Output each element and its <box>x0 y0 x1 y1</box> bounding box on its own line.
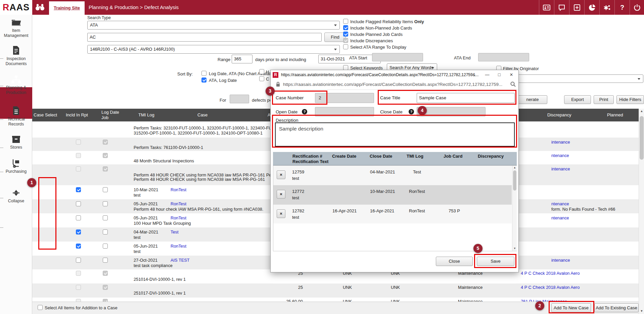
delete-rectification-button[interactable]: × <box>277 170 285 179</box>
defects-per-ata-input <box>230 95 249 103</box>
minimize-button[interactable]: — <box>481 70 493 79</box>
case-select-checkbox[interactable] <box>76 201 81 206</box>
sidebar-item-planning-production[interactable]: Planning & Production <box>0 75 32 95</box>
employee-card-icon[interactable] <box>539 0 554 15</box>
open-date-help-icon[interactable]: ? <box>302 109 307 114</box>
box-icon <box>0 135 32 144</box>
partial-checkbox-1[interactable] <box>259 69 264 74</box>
case-select-checkbox <box>76 271 81 276</box>
job-card-link[interactable]: intenance <box>551 140 570 145</box>
delete-rectification-button[interactable]: × <box>277 190 285 199</box>
select-all-checkbox[interactable] <box>38 305 43 310</box>
partial-checkbox-2[interactable] <box>259 76 264 81</box>
job-card-link[interactable]: 4 P C Check 2018 Avalon Aero <box>521 285 580 290</box>
select-keywords-checkbox[interactable] <box>343 65 348 70</box>
zoom-icon[interactable] <box>510 82 516 88</box>
sort-logdate-checkbox[interactable] <box>201 71 206 76</box>
job-card-link[interactable]: intenance <box>551 258 570 263</box>
aircraft-select[interactable]: 146RJ100 - C-AIS3 (AC - AVRO 146RJ100) <box>87 45 340 54</box>
job-card-link[interactable]: intenance <box>551 166 570 171</box>
settings-icon[interactable] <box>599 0 614 15</box>
popup-scrollbar[interactable]: ▲ ▼ <box>512 166 517 251</box>
job-card-link[interactable]: ntenance <box>551 153 569 158</box>
tmi-log-link[interactable]: RonTest <box>409 189 425 194</box>
scrollbar-thumb[interactable] <box>640 116 644 160</box>
include-nonplanned-label: Include Non-Planned Job Cards <box>350 25 412 31</box>
sidebar-item-purchasing[interactable]: Purchasing <box>0 159 32 174</box>
select-ata-range-checkbox[interactable] <box>343 44 348 49</box>
tmi-log-link[interactable]: RonTest <box>171 201 186 206</box>
job-card-link[interactable]: 753 P <box>449 208 460 213</box>
case-select-checkbox[interactable] <box>76 258 81 263</box>
rectification-text: test <box>292 195 299 200</box>
incld-in-rpt-checkbox[interactable] <box>103 215 108 220</box>
case-select-checkbox[interactable] <box>76 229 81 234</box>
job-text: 315200-OPT-10000-1, 322000-FUT-10000-1, … <box>134 130 263 136</box>
incld-in-rpt-checkbox[interactable] <box>103 187 108 192</box>
case-select-checkbox[interactable] <box>76 215 81 220</box>
cycles-value: UNK <box>391 285 400 290</box>
document-icon <box>0 46 32 55</box>
search-type-select[interactable]: ATA <box>87 21 340 30</box>
close-date-value: 16-Apr-2021 <box>370 208 394 213</box>
tab-training-site[interactable]: Training Site <box>49 1 85 15</box>
sidebar-item-collapse[interactable]: Collapse <box>0 189 32 204</box>
tmi-log-link[interactable]: RonTest <box>409 208 425 213</box>
incld-in-rpt-checkbox[interactable] <box>103 244 108 249</box>
select-ata-range-label: Select ATA Range To Display <box>350 45 406 50</box>
tmi-log-link[interactable]: AIS TEST <box>171 258 190 263</box>
sidebar-item-item-management[interactable]: Item Management <box>0 18 32 38</box>
case-select-checkbox[interactable] <box>76 187 81 192</box>
job-card-link[interactable]: ntenance <box>551 215 569 220</box>
scroll-up-icon[interactable]: ▲ <box>512 166 517 169</box>
scroll-up-icon[interactable]: ▲ <box>639 109 644 113</box>
find-button[interactable]: Find <box>324 33 346 42</box>
export-button[interactable]: Export <box>564 95 591 104</box>
search-input[interactable]: AC <box>87 33 322 42</box>
open-date-label: Open Date <box>276 109 297 114</box>
tmi-log-link[interactable]: RonTest <box>171 215 186 220</box>
generate-button[interactable]: nerate <box>518 95 547 104</box>
close-date-help-icon[interactable]: ? <box>409 109 414 114</box>
help-icon[interactable]: ? <box>614 0 630 15</box>
sort-by-label: Sort By: <box>177 71 193 76</box>
scroll-down-icon[interactable]: ▼ <box>512 247 517 250</box>
tmi-log-link[interactable]: Test <box>171 229 178 234</box>
sidebar-item-stores[interactable]: Stores <box>0 135 32 150</box>
sidebar-item-inspection-documents[interactable]: Inspection Documents <box>0 46 32 66</box>
maximize-button[interactable]: □ <box>494 70 505 79</box>
sort-ata-checkbox[interactable] <box>201 77 206 83</box>
include-nonplanned-checkbox[interactable] <box>343 25 348 30</box>
tmi-log-link[interactable]: RonTest <box>171 187 186 192</box>
add-icon[interactable] <box>569 0 584 15</box>
incld-in-rpt-checkbox[interactable] <box>103 229 108 234</box>
vertical-scrollbar[interactable]: ▲ ▼ <box>639 109 644 314</box>
tmi-log-link[interactable]: Test <box>413 169 421 174</box>
range-suffix-label: days prior to and including <box>255 57 306 62</box>
close-button[interactable]: Close <box>436 257 473 266</box>
folder-icon <box>0 18 32 27</box>
include-planned-label: Include Planned Job Cards <box>350 32 403 37</box>
include-planned-checkbox[interactable] <box>343 32 348 37</box>
close-window-button[interactable]: × <box>506 70 517 79</box>
delete-rectification-button[interactable]: × <box>277 209 285 218</box>
job-card-link[interactable]: 4 P C Check 2018 Avalon Aero <box>521 271 580 276</box>
range-input[interactable]: 365 <box>232 55 252 63</box>
incld-in-rpt-checkbox[interactable] <box>103 201 108 206</box>
pie-chart-icon[interactable] <box>584 0 599 15</box>
scrollbar-thumb[interactable] <box>513 170 516 191</box>
tmi-log-link[interactable]: RonTest <box>171 244 186 249</box>
case-select-checkbox[interactable] <box>76 244 81 249</box>
incld-in-rpt-checkbox[interactable] <box>103 258 108 263</box>
power-icon[interactable] <box>630 0 644 15</box>
scroll-down-icon[interactable]: ▼ <box>639 309 644 313</box>
include-flagged-checkbox[interactable] <box>343 19 348 24</box>
sidebar-item-technical-records[interactable]: Technical Records <box>0 106 32 127</box>
hide-filters-button[interactable]: Hide Filters <box>616 95 644 104</box>
chat-icon[interactable] <box>554 0 569 15</box>
popup-address-url[interactable]: https://raasais.aviationintertec.com/app… <box>283 82 507 87</box>
add-to-existing-case-button[interactable]: Add To Existing Case <box>594 303 639 312</box>
print-button[interactable]: Print <box>594 95 614 104</box>
annotation-box-add-new-case <box>549 301 594 313</box>
job-card-link[interactable]: ntenance <box>551 201 569 206</box>
